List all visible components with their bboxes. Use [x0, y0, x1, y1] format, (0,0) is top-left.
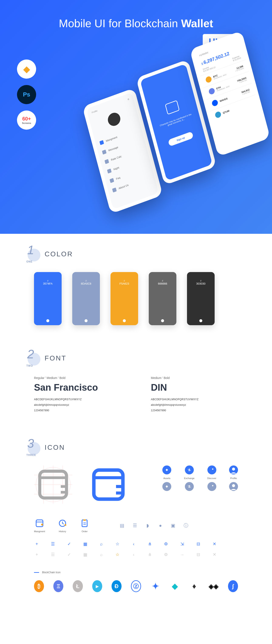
photoshop-icon: Ps	[17, 85, 36, 104]
close-icon-grey: ✕	[212, 552, 217, 557]
menu-mangment: Mangment	[106, 136, 118, 142]
zcash-icon: ⓩ	[131, 580, 141, 592]
history-icon: History	[58, 518, 67, 533]
sketch-icon: ◆	[17, 60, 36, 79]
tenx-icon: ◈◈	[209, 580, 219, 592]
svg-point-16	[232, 468, 235, 470]
dash-icon: Đ	[112, 580, 122, 592]
wallet-icon-blue	[89, 466, 128, 504]
section-number-2: 2 TWO	[26, 351, 40, 366]
ethereum-icon: Ξ	[53, 580, 63, 592]
layers-icon: ☰	[132, 522, 138, 529]
chevron-left-icon-grey: ‹	[131, 552, 136, 557]
svg-point-13	[212, 468, 213, 470]
profile-icon	[229, 466, 238, 474]
svg-point-14	[212, 485, 213, 486]
qr-icon: ▦	[82, 541, 88, 547]
section-title-icon: ICON	[44, 444, 65, 452]
font-din: Medium ' Bold DIN ABCDEFGHIJKLMNOPQRSTUV…	[151, 376, 238, 414]
gear-icon: ⚙	[163, 541, 169, 547]
hero-title: Mobile UI for Blockchain Wallet	[17, 17, 255, 30]
section-number-1: 1 ONE	[26, 246, 40, 262]
svg-rect-21	[41, 524, 43, 526]
scan-icon: ⊟	[196, 541, 201, 547]
qr-icon-grey: ▦	[82, 552, 88, 557]
font-sanfrancisco: Regular ' Medium ' Bold San Francisco AB…	[34, 376, 121, 414]
check-icon: ✓	[66, 541, 72, 547]
moon-icon: ◗	[144, 522, 151, 529]
hero-title-bold: Wallet	[181, 17, 213, 30]
screens-count: 60+	[22, 116, 31, 122]
svg-rect-24	[82, 520, 87, 527]
section-font: 2 TWO FONT Regular ' Medium ' Bold San F…	[0, 338, 272, 427]
wallet-icon	[165, 100, 180, 115]
close-icon: ✕	[212, 541, 217, 547]
profile-title: Profile	[92, 110, 98, 114]
profile-menu: Mangment Message Rate Calc Night Faq Abo…	[94, 119, 156, 201]
section-title-font: FONT	[44, 354, 66, 362]
signup-quote: Character may be manifested in the great…	[158, 113, 194, 130]
hero-section: Mobile UI for Blockchain Wallet UI Kit ◆…	[0, 0, 272, 234]
svg-point-18	[232, 484, 235, 487]
mangment-icon: Mangment	[34, 518, 45, 533]
document-icon-grey: ☰	[50, 552, 56, 557]
export-icon: ⇲	[179, 541, 185, 547]
plus-icon: +	[34, 541, 40, 547]
status-icon: ∫	[228, 580, 238, 592]
menu-faq: Faq	[116, 176, 120, 180]
assets-icon	[162, 466, 171, 474]
plus-icon-grey: +	[34, 552, 40, 557]
waves-icon: ◆	[170, 580, 180, 592]
menu-about: About Us	[118, 184, 129, 190]
menu-message: Message	[108, 146, 118, 152]
document-icon: ☰	[50, 541, 56, 547]
screens-label: Screens	[22, 122, 31, 124]
section-icon: 3 THREE ICON Assets Exchange Discov	[0, 427, 272, 605]
chat-icon: ▣	[170, 522, 176, 529]
network-icon: ✦	[150, 580, 160, 592]
wallet-icon-grid	[34, 466, 72, 504]
blockchain-label: BlockChain Icon	[26, 562, 246, 580]
phone-mockups: Profile⚙ Mangment Message Rate Calc Nigh…	[78, 25, 272, 234]
svg-rect-11	[166, 469, 168, 471]
check-icon-grey: ✓	[66, 552, 72, 557]
nav-icons: Assets Exchange Discover Profile	[162, 466, 238, 491]
crypto-icons: ₿ Ξ Ł ▸ Đ ⓩ ✦ ◆ ♦ ◈◈ ∫	[26, 580, 246, 592]
utility-icons-inactive: + ☰ ✓ ▦ ⌕ ☆ ‹ ⋔ ⚙ → ⊟ ✕	[26, 552, 246, 557]
litecoin-icon: Ł	[73, 580, 83, 592]
star-icon-orange: ☆	[115, 552, 120, 557]
color-swatch-666666: #666666	[149, 272, 176, 325]
menu-rate: Rate Calc	[110, 155, 122, 162]
menu-night: Night	[113, 166, 120, 171]
star-icon: ☆	[115, 541, 120, 547]
svg-point-23	[64, 524, 66, 526]
color-swatch-F5A623: #F5A623	[110, 272, 138, 325]
profile-icon-grey	[229, 482, 238, 491]
exchange-icon-grey	[185, 482, 194, 491]
color-swatch-303030: #303030	[187, 272, 214, 325]
info-icon: ⓘ	[183, 522, 189, 529]
arrow-right-icon: →	[179, 552, 185, 557]
order-icon: Order	[80, 518, 89, 533]
utility-icons-active: + ☰ ✓ ▦ ⌕ ☆ ‹ ⋔ ⚙ ⇲ ⊟ ✕	[26, 541, 246, 547]
circle-icon: ●	[157, 522, 164, 529]
message-icon: ▤	[119, 522, 126, 529]
signup-button: Sign up	[168, 131, 194, 147]
svg-rect-25	[83, 520, 86, 521]
search-icon-grey: ⌕	[98, 552, 104, 557]
color-swatch-8DA0C8: #8DA0C8	[72, 272, 100, 325]
section-title-color: COLOR	[44, 250, 73, 258]
section-number-3: 3 THREE	[26, 440, 40, 455]
discover-icon	[208, 466, 216, 474]
discover-icon-grey	[208, 482, 216, 491]
color-swatches: #3574FA#8DA0C8#F5A623#666666#303030	[26, 272, 246, 325]
gear-icon: ⚙	[127, 98, 130, 101]
gear-icon-grey: ⚙	[163, 552, 169, 557]
bitcoin-icon: ₿	[34, 580, 44, 592]
eos-icon: ♦	[189, 580, 199, 592]
bitshares-icon: ▸	[92, 580, 102, 592]
svg-rect-9	[94, 470, 123, 499]
share-icon-grey: ⋔	[147, 552, 152, 557]
scan-icon-grey: ⊟	[196, 552, 201, 557]
screens-badge: 60+ Screens	[17, 110, 36, 130]
